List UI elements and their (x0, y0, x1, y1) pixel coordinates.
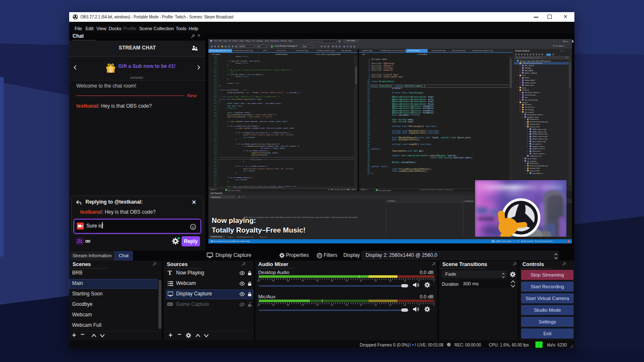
svg-text:1: 1 (110, 68, 112, 72)
